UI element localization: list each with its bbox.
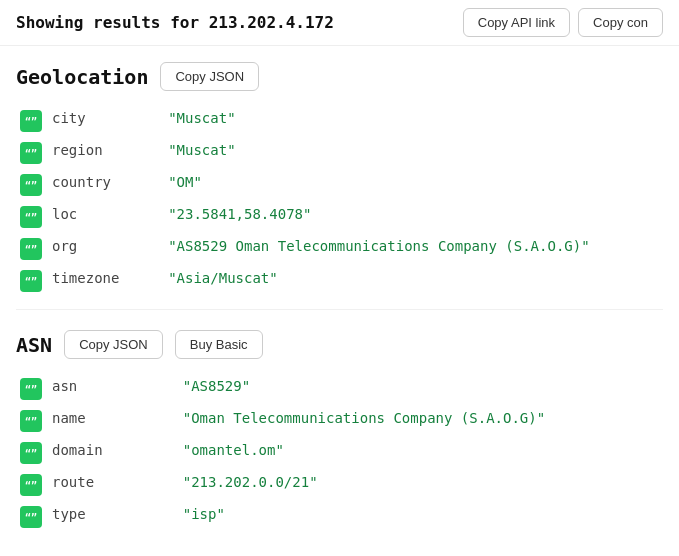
table-row: “” timezone "Asia/Muscat" [16, 265, 663, 297]
table-row: “” region "Muscat" [16, 137, 663, 169]
quote-icon: “” [20, 474, 42, 496]
table-row: “” org "AS8529 Oman Telecommunications C… [16, 233, 663, 265]
row-value: "23.5841,58.4078" [164, 201, 663, 233]
quote-icon: “” [20, 110, 42, 132]
row-key: city [48, 105, 164, 137]
geolocation-section: Geolocation Copy JSON “” city "Muscat" “… [0, 46, 679, 305]
table-row: “” name "Oman Telecommunications Company… [16, 405, 663, 437]
row-key: asn [48, 373, 179, 405]
row-value: "isp" [179, 501, 663, 533]
row-value: "OM" [164, 169, 663, 201]
row-key: timezone [48, 265, 164, 297]
table-row: “” domain "omantel.om" [16, 437, 663, 469]
quote-icon: “” [20, 442, 42, 464]
quote-icon: “” [20, 206, 42, 228]
asn-section: ASN Copy JSON Buy Basic “” asn "AS8529" … [0, 314, 679, 541]
section-divider [16, 309, 663, 310]
asn-header: ASN Copy JSON Buy Basic [16, 330, 663, 359]
table-row: “” asn "AS8529" [16, 373, 663, 405]
row-key: org [48, 233, 164, 265]
asn-title: ASN [16, 333, 52, 357]
row-value: "Muscat" [164, 105, 663, 137]
table-row: “” country "OM" [16, 169, 663, 201]
table-row: “” city "Muscat" [16, 105, 663, 137]
top-bar: Showing results for 213.202.4.172 Copy A… [0, 0, 679, 46]
row-value: "AS8529 Oman Telecommunications Company … [164, 233, 663, 265]
row-key: region [48, 137, 164, 169]
table-row: “” type "isp" [16, 501, 663, 533]
copy-api-link-button[interactable]: Copy API link [463, 8, 570, 37]
top-bar-buttons: Copy API link Copy con [463, 8, 663, 37]
quote-icon: “” [20, 378, 42, 400]
quote-icon: “” [20, 410, 42, 432]
row-key: loc [48, 201, 164, 233]
row-value: "Muscat" [164, 137, 663, 169]
title-prefix: Showing results for [16, 13, 209, 32]
row-value: "omantel.om" [179, 437, 663, 469]
row-value: "Oman Telecommunications Company (S.A.O.… [179, 405, 663, 437]
geolocation-title: Geolocation [16, 65, 148, 89]
row-value: "213.202.0.0/21" [179, 469, 663, 501]
table-row: “” route "213.202.0.0/21" [16, 469, 663, 501]
row-value: "Asia/Muscat" [164, 265, 663, 297]
page-title: Showing results for 213.202.4.172 [16, 13, 334, 32]
quote-icon: “” [20, 174, 42, 196]
row-key: name [48, 405, 179, 437]
asn-table: “” asn "AS8529" “” name "Oman Telecommun… [16, 373, 663, 533]
asn-copy-json-button[interactable]: Copy JSON [64, 330, 163, 359]
row-key: route [48, 469, 179, 501]
row-key: type [48, 501, 179, 533]
row-key: domain [48, 437, 179, 469]
geolocation-header: Geolocation Copy JSON [16, 62, 663, 91]
geolocation-table: “” city "Muscat" “” region "Muscat" “” c… [16, 105, 663, 297]
geolocation-copy-json-button[interactable]: Copy JSON [160, 62, 259, 91]
quote-icon: “” [20, 238, 42, 260]
row-value: "AS8529" [179, 373, 663, 405]
quote-icon: “” [20, 270, 42, 292]
copy-content-button[interactable]: Copy con [578, 8, 663, 37]
quote-icon: “” [20, 506, 42, 528]
quote-icon: “” [20, 142, 42, 164]
asn-buy-basic-button[interactable]: Buy Basic [175, 330, 263, 359]
ip-address: 213.202.4.172 [209, 13, 334, 32]
table-row: “” loc "23.5841,58.4078" [16, 201, 663, 233]
row-key: country [48, 169, 164, 201]
